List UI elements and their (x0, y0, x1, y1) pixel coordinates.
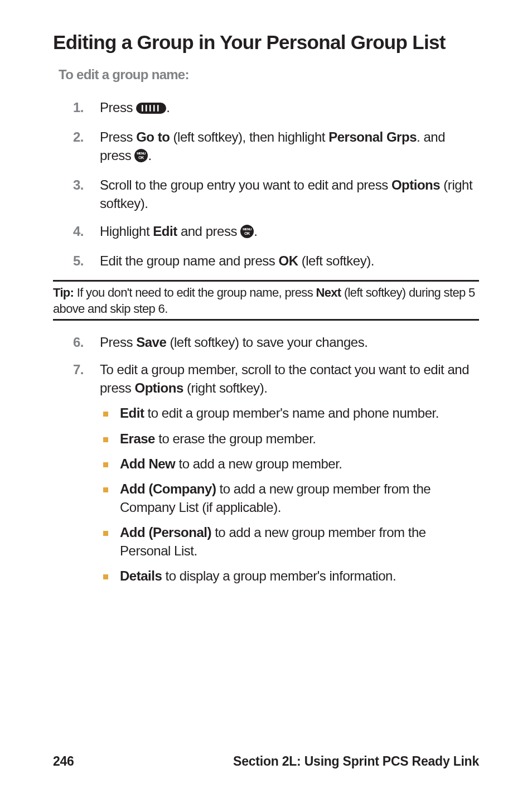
step-number: 2. (73, 128, 84, 146)
step-bold: Options (134, 380, 183, 395)
svg-rect-2 (146, 105, 147, 112)
page-footer: 246 Section 2L: Using Sprint PCS Ready L… (53, 754, 479, 769)
step-number: 3. (73, 176, 84, 194)
walkie-talkie-icon (136, 100, 166, 119)
step-4: 4. Highlight Edit and press MENUOK. (73, 222, 479, 243)
sub-bold: Details (120, 568, 162, 583)
sub-text: to edit a group member's name and phone … (144, 405, 439, 420)
steps-list-2: 6. Press Save (left softkey) to save you… (53, 333, 479, 585)
steps-list-1: 1. Press . 2. Press Go to (left softkey)… (53, 98, 479, 270)
svg-rect-1 (142, 105, 143, 112)
step-bold: Options (391, 177, 440, 192)
sub-text: to display a group member's information. (162, 568, 396, 583)
step-number: 5. (73, 252, 84, 270)
menu-ok-icon: MENUOK (240, 224, 254, 243)
sub-item-add-new: Add New to add a new group member. (100, 454, 479, 473)
svg-text:MENU: MENU (137, 152, 146, 155)
sub-item-details: Details to display a group member's info… (100, 567, 479, 585)
svg-rect-4 (153, 105, 155, 112)
step-bold: Go to (136, 129, 170, 144)
menu-ok-icon: MENUOK (134, 148, 148, 167)
page-title: Editing a Group in Your Personal Group L… (53, 31, 479, 54)
step-text: (left softkey). (298, 253, 374, 268)
page-number: 246 (53, 754, 74, 769)
step-text-end: . (254, 224, 257, 239)
sub-item-edit: Edit to edit a group member's name and p… (100, 404, 479, 422)
step-text: Edit the group name and press (100, 253, 278, 268)
step-3: 3. Scroll to the group entry you want to… (73, 176, 479, 212)
svg-text:MENU: MENU (243, 228, 252, 231)
step-text: Scroll to the group entry you want to ed… (100, 177, 391, 192)
svg-rect-5 (157, 105, 159, 112)
step-7: 7. To edit a group member, scroll to the… (73, 360, 479, 585)
step-text-end: . (148, 148, 151, 163)
step-text: Press (100, 129, 136, 144)
step-bold: Save (136, 335, 166, 350)
step-number: 7. (73, 360, 84, 379)
step-text: Press (100, 335, 136, 350)
svg-text:OK: OK (244, 231, 250, 235)
sub-item-add-personal: Add (Personal) to add a new group member… (100, 523, 479, 560)
step-text-end: . (166, 100, 170, 115)
sub-text: to add a new group member. (175, 456, 342, 471)
step-5: 5. Edit the group name and press OK (lef… (73, 252, 479, 270)
sub-heading: To edit a group name: (59, 67, 479, 83)
sub-bold: Add (Personal) (120, 525, 211, 540)
step-text: and press (177, 224, 240, 239)
step-2: 2. Press Go to (left softkey), then high… (73, 128, 479, 167)
step-1: 1. Press . (73, 98, 479, 119)
step-text: Highlight (100, 224, 153, 239)
sub-text: to erase the group member. (155, 431, 316, 446)
sub-bold: Edit (120, 405, 144, 420)
step-bold: Personal Grps (328, 129, 417, 144)
sub-item-erase: Erase to erase the group member. (100, 429, 479, 448)
tip-bold: Next (316, 286, 341, 299)
step-text: (right softkey). (183, 380, 268, 395)
divider (53, 319, 479, 321)
svg-rect-0 (136, 103, 166, 114)
sub-bold: Add New (120, 456, 175, 471)
sub-bold: Erase (120, 431, 155, 446)
step-bold: OK (278, 253, 298, 268)
divider (53, 280, 479, 282)
tip-label: Tip: (53, 286, 77, 299)
step-number: 4. (73, 222, 84, 240)
step-number: 1. (73, 98, 84, 117)
svg-text:OK: OK (139, 156, 144, 159)
tip-box: Tip: If you don't need to edit the group… (53, 284, 479, 317)
sub-bold: Add (Company) (120, 481, 216, 496)
step-bold: Edit (153, 224, 177, 239)
step-text: Press (100, 100, 136, 115)
step-number: 6. (73, 333, 84, 351)
section-label: Section 2L: Using Sprint PCS Ready Link (233, 754, 479, 769)
step-6: 6. Press Save (left softkey) to save you… (73, 333, 479, 351)
step-text: (left softkey), then highlight (170, 129, 328, 144)
step-text: (left softkey) to save your changes. (166, 335, 367, 350)
tip-text: If you don't need to edit the group name… (77, 286, 316, 299)
sub-list: Edit to edit a group member's name and p… (100, 404, 479, 585)
sub-item-add-company: Add (Company) to add a new group member … (100, 480, 479, 516)
svg-rect-3 (149, 105, 151, 112)
